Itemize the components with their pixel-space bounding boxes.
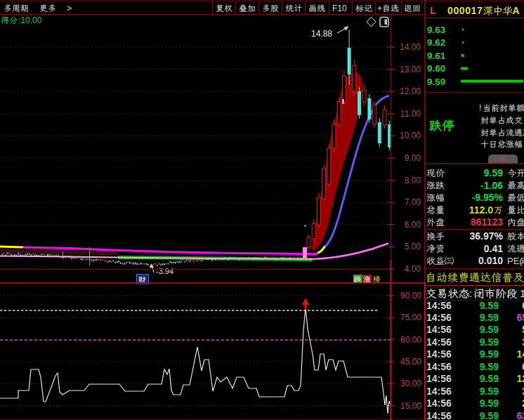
svg-text:10.00: 10.00 xyxy=(400,131,421,140)
svg-text:11.00: 11.00 xyxy=(400,109,421,119)
svg-text:9.59: 9.59 xyxy=(427,77,445,87)
svg-text:+: + xyxy=(377,4,382,13)
svg-text::: : xyxy=(469,287,472,299)
svg-text:4.00: 4.00 xyxy=(405,264,421,274)
svg-text:7.00: 7.00 xyxy=(405,197,421,207)
svg-text:F10: F10 xyxy=(332,4,347,13)
svg-text:-9.95%: -9.95% xyxy=(472,192,504,203)
svg-text:90.00: 90.00 xyxy=(400,291,421,301)
svg-text:13.00: 13.00 xyxy=(400,65,421,74)
svg-text:0.41: 0.41 xyxy=(484,243,503,254)
svg-text:14:56: 14:56 xyxy=(426,348,452,360)
svg-text:9.59: 9.59 xyxy=(480,386,499,397)
svg-text:9.59: 9.59 xyxy=(480,373,499,384)
svg-text:36.97%: 36.97% xyxy=(470,230,504,242)
svg-text:14:56: 14:56 xyxy=(426,336,452,348)
svg-text:9.59: 9.59 xyxy=(480,312,499,323)
svg-text:9.59: 9.59 xyxy=(480,336,499,348)
svg-text:15.00: 15.00 xyxy=(400,401,421,411)
svg-text:14:56: 14:56 xyxy=(426,398,452,409)
svg-text:14:56: 14:56 xyxy=(426,300,452,311)
svg-text:9.59: 9.59 xyxy=(480,300,499,311)
svg-text:12: 12 xyxy=(516,373,524,384)
svg-text:60.00: 60.00 xyxy=(400,335,421,345)
svg-text:1: 1 xyxy=(520,287,524,299)
svg-text:861123: 861123 xyxy=(471,216,503,228)
svg-text:9.59: 9.59 xyxy=(484,167,503,178)
svg-text:65: 65 xyxy=(516,312,524,323)
svg-text:9.60: 9.60 xyxy=(427,63,445,74)
svg-text:9.61: 9.61 xyxy=(427,51,446,61)
svg-text:9.00: 9.00 xyxy=(405,153,421,163)
svg-text:5.00: 5.00 xyxy=(405,242,421,251)
svg-text:75.00: 75.00 xyxy=(400,313,421,322)
svg-text:9.59: 9.59 xyxy=(480,361,499,372)
svg-text:>: > xyxy=(67,4,72,13)
svg-text:14:56: 14:56 xyxy=(426,312,452,323)
svg-text:14:56: 14:56 xyxy=(426,324,452,335)
svg-text:14:56: 14:56 xyxy=(426,410,452,420)
svg-text:6.00: 6.00 xyxy=(405,220,421,230)
svg-text:14:56: 14:56 xyxy=(426,373,452,384)
svg-text:14.88: 14.88 xyxy=(311,29,332,39)
svg-text:30.00: 30.00 xyxy=(400,379,421,388)
svg-text:!: ! xyxy=(479,103,481,113)
svg-text:PE(: PE( xyxy=(507,256,523,266)
svg-text:-3.94: -3.94 xyxy=(156,267,173,275)
svg-text:9.62: 9.62 xyxy=(427,37,445,48)
svg-text:9.59: 9.59 xyxy=(480,410,499,420)
svg-text:14:56: 14:56 xyxy=(426,386,452,397)
svg-text:45.00: 45.00 xyxy=(400,357,421,367)
svg-text:14:56: 14:56 xyxy=(426,361,452,372)
svg-text:112.0: 112.0 xyxy=(469,204,493,216)
svg-text:L: L xyxy=(430,4,436,16)
svg-text:12.00: 12.00 xyxy=(400,86,421,96)
svg-text:63: 63 xyxy=(516,410,524,420)
svg-text:9.59: 9.59 xyxy=(480,348,499,360)
svg-text::10.00: :10.00 xyxy=(18,15,42,25)
svg-text:A: A xyxy=(513,5,520,16)
svg-text:9.63: 9.63 xyxy=(427,25,446,35)
svg-text:000017: 000017 xyxy=(447,5,483,16)
svg-text:0.010: 0.010 xyxy=(478,255,503,266)
svg-text:9.59: 9.59 xyxy=(480,324,499,335)
svg-text:9.59: 9.59 xyxy=(480,398,499,409)
svg-text:14: 14 xyxy=(516,348,524,360)
svg-text:14.00: 14.00 xyxy=(400,42,421,52)
svg-text:-1.06: -1.06 xyxy=(480,180,503,191)
svg-text:8.00: 8.00 xyxy=(405,176,421,185)
